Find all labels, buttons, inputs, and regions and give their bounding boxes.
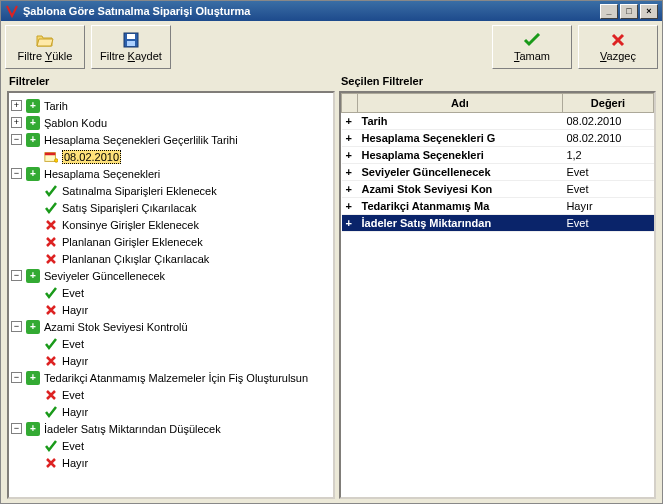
tree-node-label: Hayır bbox=[62, 355, 88, 367]
tree-node-label: Seviyeler Güncellenecek bbox=[44, 270, 165, 282]
selected-filters-panel-title: Seçilen Filtreler bbox=[339, 73, 656, 91]
tree-node[interactable]: Planlanan Çıkışlar Çıkarılacak bbox=[11, 250, 331, 267]
cancel-button[interactable]: Vazgeç bbox=[578, 25, 658, 69]
ok-label: Tamam bbox=[514, 50, 550, 62]
tree-node[interactable]: Hayır bbox=[11, 403, 331, 420]
title-bar[interactable]: Şablona Göre Satınalma Siparişi Oluşturm… bbox=[1, 1, 662, 21]
expander-icon[interactable]: + bbox=[11, 100, 22, 111]
tree-node[interactable]: Evet bbox=[11, 437, 331, 454]
tree-node[interactable]: Evet bbox=[11, 284, 331, 301]
tree-node[interactable]: −+İadeler Satış Miktarından Düşülecek bbox=[11, 420, 331, 437]
tree-node[interactable]: Evet bbox=[11, 386, 331, 403]
row-expand-icon[interactable]: + bbox=[342, 130, 358, 147]
add-icon: + bbox=[26, 116, 40, 130]
grid-cell-value: Evet bbox=[562, 164, 653, 181]
maximize-button[interactable]: □ bbox=[620, 4, 638, 19]
expander-icon[interactable]: − bbox=[11, 168, 22, 179]
row-expand-icon[interactable]: + bbox=[342, 198, 358, 215]
tree-node[interactable]: −+Hesaplama Seçenekleri Geçerlilik Tarih… bbox=[11, 131, 331, 148]
tree-node[interactable]: Satınalma Siparişleri Eklenecek bbox=[11, 182, 331, 199]
grid-row[interactable]: +Seviyeler GüncellenecekEvet bbox=[342, 164, 654, 181]
grid-cell-name: İadeler Satış Miktarından bbox=[358, 215, 563, 232]
grid-row[interactable]: +Azami Stok Seviyesi KonEvet bbox=[342, 181, 654, 198]
grid-cell-name: Hesaplama Seçenekleri bbox=[358, 147, 563, 164]
ok-button[interactable]: Tamam bbox=[492, 25, 572, 69]
tree-node[interactable]: ++Şablon Kodu bbox=[11, 114, 331, 131]
cross-icon bbox=[44, 235, 58, 249]
grid-cell-value: 08.02.2010 bbox=[562, 130, 653, 147]
tree-node-label: Evet bbox=[62, 440, 84, 452]
selected-filters-grid[interactable]: Adı Değeri +Tarih08.02.2010+Hesaplama Se… bbox=[339, 91, 656, 499]
filter-save-label: Filtre Kaydet bbox=[100, 50, 162, 62]
filter-save-button[interactable]: Filtre Kaydet bbox=[91, 25, 171, 69]
grid-cell-value: Hayır bbox=[562, 198, 653, 215]
svg-rect-2 bbox=[127, 41, 135, 46]
expander-icon[interactable]: − bbox=[11, 134, 22, 145]
cross-icon bbox=[44, 303, 58, 317]
grid-cell-value: Evet bbox=[562, 181, 653, 198]
row-expand-icon[interactable]: + bbox=[342, 181, 358, 198]
tree-node-label: İadeler Satış Miktarından Düşülecek bbox=[44, 423, 221, 435]
expander-icon[interactable]: − bbox=[11, 372, 22, 383]
tree-node[interactable]: 08.02.2010 bbox=[11, 148, 331, 165]
tree-node[interactable]: −+Tedarikçi Atanmamış Malzemeler İçin Fi… bbox=[11, 369, 331, 386]
grid-header-name[interactable]: Adı bbox=[358, 94, 563, 113]
tree-node[interactable]: ++Tarih bbox=[11, 97, 331, 114]
calendar-icon bbox=[44, 150, 58, 164]
add-icon: + bbox=[26, 320, 40, 334]
toolbar: Filtre Yükle Filtre Kaydet Tamam Vazgeç bbox=[1, 21, 662, 73]
cross-icon bbox=[609, 32, 627, 48]
grid-row[interactable]: +Hesaplama Seçenekleri1,2 bbox=[342, 147, 654, 164]
filters-tree[interactable]: ++Tarih++Şablon Kodu−+Hesaplama Seçenekl… bbox=[7, 91, 335, 499]
tree-node[interactable]: Planlanan Girişler Eklenecek bbox=[11, 233, 331, 250]
tree-node[interactable]: −+Hesaplama Seçenekleri bbox=[11, 165, 331, 182]
grid-cell-value: 08.02.2010 bbox=[562, 113, 653, 130]
add-icon: + bbox=[26, 371, 40, 385]
expander-icon[interactable]: − bbox=[11, 321, 22, 332]
svg-rect-1 bbox=[127, 34, 135, 39]
cross-icon bbox=[44, 252, 58, 266]
check-icon bbox=[523, 32, 541, 48]
check-icon bbox=[44, 337, 58, 351]
grid-row[interactable]: +İadeler Satış MiktarındanEvet bbox=[342, 215, 654, 232]
tree-node[interactable]: Satış Siparişleri Çıkarılacak bbox=[11, 199, 331, 216]
filter-load-button[interactable]: Filtre Yükle bbox=[5, 25, 85, 69]
row-expand-icon[interactable]: + bbox=[342, 164, 358, 181]
svg-rect-4 bbox=[45, 152, 56, 155]
row-expand-icon[interactable]: + bbox=[342, 147, 358, 164]
check-icon bbox=[44, 286, 58, 300]
tree-node-label: Azami Stok Seviyesi Kontrolü bbox=[44, 321, 188, 333]
tree-node-label: Konsinye Girişler Eklenecek bbox=[62, 219, 199, 231]
tree-node-label: 08.02.2010 bbox=[62, 150, 121, 164]
check-icon bbox=[44, 201, 58, 215]
tree-node[interactable]: −+Azami Stok Seviyesi Kontrolü bbox=[11, 318, 331, 335]
tree-node-label: Tarih bbox=[44, 100, 68, 112]
expander-icon[interactable]: − bbox=[11, 423, 22, 434]
cross-icon bbox=[44, 456, 58, 470]
tree-node[interactable]: Evet bbox=[11, 335, 331, 352]
tree-node[interactable]: −+Seviyeler Güncellenecek bbox=[11, 267, 331, 284]
row-expand-icon[interactable]: + bbox=[342, 215, 358, 232]
cross-icon bbox=[44, 388, 58, 402]
tree-node[interactable]: Konsinye Girişler Eklenecek bbox=[11, 216, 331, 233]
minimize-button[interactable]: _ bbox=[600, 4, 618, 19]
filters-panel-title: Filtreler bbox=[7, 73, 335, 91]
row-expand-icon[interactable]: + bbox=[342, 113, 358, 130]
tree-node[interactable]: Hayır bbox=[11, 454, 331, 471]
grid-row[interactable]: +Tarih08.02.2010 bbox=[342, 113, 654, 130]
add-icon: + bbox=[26, 269, 40, 283]
expander-icon[interactable]: − bbox=[11, 270, 22, 281]
add-icon: + bbox=[26, 133, 40, 147]
tree-node[interactable]: Hayır bbox=[11, 301, 331, 318]
save-icon bbox=[122, 32, 140, 48]
tree-node-label: Evet bbox=[62, 389, 84, 401]
add-icon: + bbox=[26, 422, 40, 436]
tree-node-label: Hayır bbox=[62, 304, 88, 316]
tree-node[interactable]: Hayır bbox=[11, 352, 331, 369]
expander-icon[interactable]: + bbox=[11, 117, 22, 128]
grid-row[interactable]: +Tedarikçi Atanmamış MaHayır bbox=[342, 198, 654, 215]
close-button[interactable]: × bbox=[640, 4, 658, 19]
tree-node-label: Evet bbox=[62, 287, 84, 299]
grid-row[interactable]: +Hesaplama Seçenekleri G08.02.2010 bbox=[342, 130, 654, 147]
grid-header-value[interactable]: Değeri bbox=[562, 94, 653, 113]
